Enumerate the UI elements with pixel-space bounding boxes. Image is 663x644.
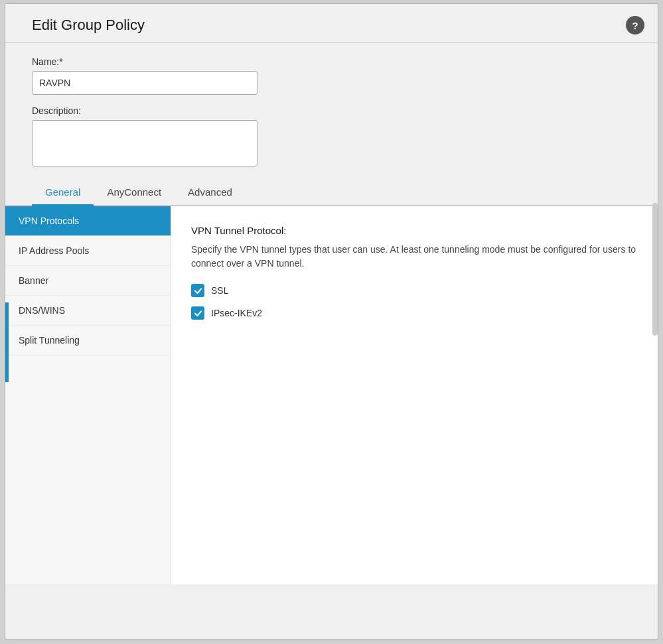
modal-header: Edit Group Policy ? — [5, 4, 658, 43]
sidebar-item-banner[interactable]: Banner — [5, 266, 171, 296]
tab-advanced[interactable]: Advanced — [175, 180, 246, 206]
description-input[interactable] — [32, 120, 258, 166]
form-section: Name:* Description: — [5, 43, 658, 169]
modal: Edit Group Policy ? Name:* Description: … — [5, 3, 658, 640]
modal-title: Edit Group Policy — [32, 17, 145, 34]
tabs-bar: General AnyConnect Advanced — [5, 180, 658, 206]
main-content: VPN Tunnel Protocol: Specify the VPN tun… — [171, 206, 658, 584]
name-field-group: Name:* — [32, 56, 631, 95]
ssl-checkbox-row: SSL — [191, 284, 638, 297]
sidebar-item-dns-wins[interactable]: DNS/WINS — [5, 296, 171, 326]
ipsec-checkbox-row: IPsec-IKEv2 — [191, 306, 638, 320]
description-label: Description: — [32, 105, 631, 116]
tab-general[interactable]: General — [32, 180, 94, 206]
vpn-tunnel-protocol-title: VPN Tunnel Protocol: — [191, 225, 638, 236]
tab-anyconnect[interactable]: AnyConnect — [94, 180, 175, 206]
ipsec-label: IPsec-IKEv2 — [211, 308, 262, 318]
content-area: VPN Protocols IP Address Pools Banner DN… — [5, 206, 658, 584]
ssl-label: SSL — [211, 285, 228, 296]
sidebar: VPN Protocols IP Address Pools Banner DN… — [5, 206, 171, 584]
sidebar-item-split-tunneling[interactable]: Split Tunneling — [5, 326, 171, 355]
name-input[interactable] — [32, 71, 258, 95]
modal-overlay: Edit Group Policy ? Name:* Description: … — [0, 0, 663, 644]
sidebar-item-ip-address-pools[interactable]: IP Address Pools — [5, 236, 171, 266]
vpn-tunnel-protocol-description: Specify the VPN tunnel types that user c… — [191, 243, 638, 271]
scrollbar[interactable] — [652, 203, 658, 336]
name-label: Name:* — [32, 56, 631, 67]
sidebar-item-vpn-protocols[interactable]: VPN Protocols — [5, 206, 171, 236]
help-icon[interactable]: ? — [626, 16, 644, 34]
ssl-checkbox[interactable] — [191, 284, 204, 297]
description-field-group: Description: — [32, 105, 631, 169]
ipsec-checkbox[interactable] — [191, 306, 204, 320]
left-accent-bar — [5, 302, 9, 382]
